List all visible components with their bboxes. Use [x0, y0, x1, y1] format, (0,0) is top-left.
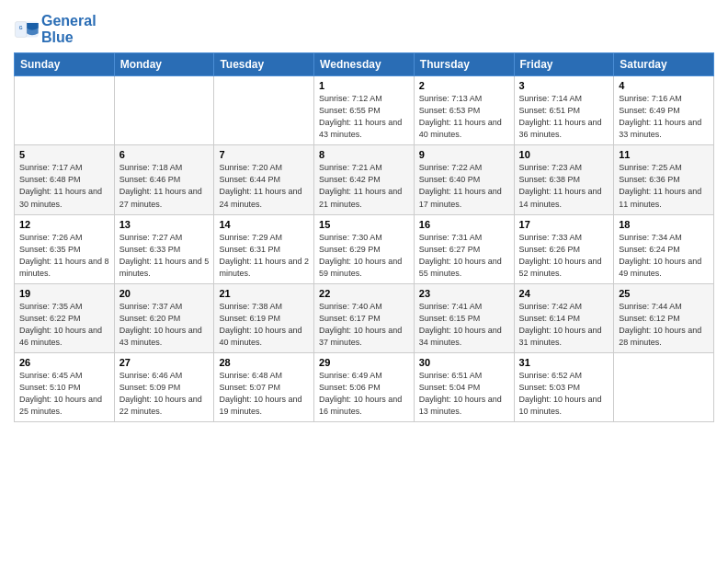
- calendar-cell: 25Sunrise: 7:44 AM Sunset: 6:12 PM Dayli…: [614, 283, 714, 352]
- day-number: 18: [619, 219, 709, 230]
- calendar-cell: 14Sunrise: 7:29 AM Sunset: 6:31 PM Dayli…: [214, 214, 314, 283]
- calendar-cell: 9Sunrise: 7:22 AM Sunset: 6:40 PM Daylig…: [414, 145, 514, 214]
- day-number: 2: [419, 80, 509, 91]
- day-info: Sunrise: 6:49 AM Sunset: 5:06 PM Dayligh…: [319, 370, 409, 418]
- day-info: Sunrise: 7:29 AM Sunset: 6:31 PM Dayligh…: [219, 232, 309, 280]
- day-info: Sunrise: 7:41 AM Sunset: 6:15 PM Dayligh…: [419, 301, 509, 349]
- calendar-cell: [114, 76, 214, 145]
- calendar-week-row: 26Sunrise: 6:45 AM Sunset: 5:10 PM Dayli…: [15, 352, 714, 421]
- day-info: Sunrise: 7:38 AM Sunset: 6:19 PM Dayligh…: [219, 301, 309, 349]
- day-info: Sunrise: 7:17 AM Sunset: 6:48 PM Dayligh…: [19, 162, 109, 210]
- day-number: 31: [519, 357, 609, 368]
- day-number: 24: [519, 288, 609, 299]
- calendar-cell: 7Sunrise: 7:20 AM Sunset: 6:44 PM Daylig…: [214, 145, 314, 214]
- day-info: Sunrise: 7:20 AM Sunset: 6:44 PM Dayligh…: [219, 162, 309, 210]
- calendar-cell: 19Sunrise: 7:35 AM Sunset: 6:22 PM Dayli…: [15, 283, 115, 352]
- day-number: 26: [19, 357, 109, 368]
- day-number: 11: [619, 149, 709, 160]
- day-number: 14: [219, 219, 309, 230]
- day-number: 3: [519, 80, 609, 91]
- calendar-cell: 24Sunrise: 7:42 AM Sunset: 6:14 PM Dayli…: [514, 283, 614, 352]
- calendar-cell: 31Sunrise: 6:52 AM Sunset: 5:03 PM Dayli…: [514, 352, 614, 421]
- calendar-week-row: 12Sunrise: 7:26 AM Sunset: 6:35 PM Dayli…: [15, 214, 714, 283]
- calendar-cell: [15, 76, 115, 145]
- day-info: Sunrise: 7:33 AM Sunset: 6:26 PM Dayligh…: [519, 232, 609, 280]
- header: G General Blue: [14, 9, 714, 45]
- day-info: Sunrise: 6:45 AM Sunset: 5:10 PM Dayligh…: [19, 370, 109, 418]
- calendar-week-row: 5Sunrise: 7:17 AM Sunset: 6:48 PM Daylig…: [15, 145, 714, 214]
- day-info: Sunrise: 7:30 AM Sunset: 6:29 PM Dayligh…: [319, 232, 409, 280]
- day-info: Sunrise: 7:13 AM Sunset: 6:53 PM Dayligh…: [419, 93, 509, 141]
- calendar-day-header: Friday: [514, 53, 614, 76]
- day-info: Sunrise: 7:18 AM Sunset: 6:46 PM Dayligh…: [119, 162, 210, 210]
- day-number: 30: [419, 357, 509, 368]
- day-number: 6: [119, 149, 210, 160]
- day-number: 22: [319, 288, 409, 299]
- calendar-cell: 29Sunrise: 6:49 AM Sunset: 5:06 PM Dayli…: [314, 352, 415, 421]
- day-info: Sunrise: 7:34 AM Sunset: 6:24 PM Dayligh…: [619, 232, 709, 280]
- calendar-day-header: Wednesday: [314, 53, 415, 76]
- calendar-day-header: Thursday: [414, 53, 514, 76]
- day-number: 5: [19, 149, 109, 160]
- calendar-cell: 26Sunrise: 6:45 AM Sunset: 5:10 PM Dayli…: [15, 352, 115, 421]
- calendar-cell: 13Sunrise: 7:27 AM Sunset: 6:33 PM Dayli…: [114, 214, 214, 283]
- day-info: Sunrise: 7:35 AM Sunset: 6:22 PM Dayligh…: [19, 301, 109, 349]
- day-number: 27: [119, 357, 210, 368]
- day-info: Sunrise: 7:25 AM Sunset: 6:36 PM Dayligh…: [619, 162, 709, 210]
- calendar-cell: 5Sunrise: 7:17 AM Sunset: 6:48 PM Daylig…: [15, 145, 115, 214]
- day-number: 20: [119, 288, 210, 299]
- day-info: Sunrise: 7:23 AM Sunset: 6:38 PM Dayligh…: [519, 162, 609, 210]
- logo-text: General Blue: [41, 13, 97, 45]
- calendar-cell: 10Sunrise: 7:23 AM Sunset: 6:38 PM Dayli…: [514, 145, 614, 214]
- day-info: Sunrise: 7:12 AM Sunset: 6:55 PM Dayligh…: [319, 93, 409, 141]
- day-number: 7: [219, 149, 309, 160]
- calendar-cell: [214, 76, 314, 145]
- calendar-cell: 23Sunrise: 7:41 AM Sunset: 6:15 PM Dayli…: [414, 283, 514, 352]
- calendar-cell: 4Sunrise: 7:16 AM Sunset: 6:49 PM Daylig…: [614, 76, 714, 145]
- page: G General Blue SundayMondayTuesdayWednes…: [0, 0, 728, 563]
- day-number: 23: [419, 288, 509, 299]
- day-info: Sunrise: 6:48 AM Sunset: 5:07 PM Dayligh…: [219, 370, 309, 418]
- calendar-day-header: Sunday: [15, 53, 115, 76]
- calendar-cell: 6Sunrise: 7:18 AM Sunset: 6:46 PM Daylig…: [114, 145, 214, 214]
- day-info: Sunrise: 7:40 AM Sunset: 6:17 PM Dayligh…: [319, 301, 409, 349]
- day-info: Sunrise: 7:21 AM Sunset: 6:42 PM Dayligh…: [319, 162, 409, 210]
- day-info: Sunrise: 6:52 AM Sunset: 5:03 PM Dayligh…: [519, 370, 609, 418]
- calendar-cell: 21Sunrise: 7:38 AM Sunset: 6:19 PM Dayli…: [214, 283, 314, 352]
- calendar-day-header: Saturday: [614, 53, 714, 76]
- day-number: 4: [619, 80, 709, 91]
- day-info: Sunrise: 6:46 AM Sunset: 5:09 PM Dayligh…: [119, 370, 210, 418]
- calendar-day-header: Monday: [114, 53, 214, 76]
- calendar-cell: 1Sunrise: 7:12 AM Sunset: 6:55 PM Daylig…: [314, 76, 415, 145]
- day-number: 17: [519, 219, 609, 230]
- calendar-cell: 2Sunrise: 7:13 AM Sunset: 6:53 PM Daylig…: [414, 76, 514, 145]
- calendar-cell: 11Sunrise: 7:25 AM Sunset: 6:36 PM Dayli…: [614, 145, 714, 214]
- day-number: 13: [119, 219, 210, 230]
- calendar-cell: 30Sunrise: 6:51 AM Sunset: 5:04 PM Dayli…: [414, 352, 514, 421]
- day-info: Sunrise: 6:51 AM Sunset: 5:04 PM Dayligh…: [419, 370, 509, 418]
- calendar-cell: 16Sunrise: 7:31 AM Sunset: 6:27 PM Dayli…: [414, 214, 514, 283]
- day-info: Sunrise: 7:22 AM Sunset: 6:40 PM Dayligh…: [419, 162, 509, 210]
- day-info: Sunrise: 7:16 AM Sunset: 6:49 PM Dayligh…: [619, 93, 709, 141]
- calendar-header-row: SundayMondayTuesdayWednesdayThursdayFrid…: [15, 53, 714, 76]
- calendar-cell: 3Sunrise: 7:14 AM Sunset: 6:51 PM Daylig…: [514, 76, 614, 145]
- day-number: 19: [19, 288, 109, 299]
- day-info: Sunrise: 7:27 AM Sunset: 6:33 PM Dayligh…: [119, 232, 210, 280]
- calendar-day-header: Tuesday: [214, 53, 314, 76]
- calendar-cell: 8Sunrise: 7:21 AM Sunset: 6:42 PM Daylig…: [314, 145, 415, 214]
- logo: G General Blue: [14, 13, 97, 45]
- calendar-week-row: 1Sunrise: 7:12 AM Sunset: 6:55 PM Daylig…: [15, 76, 714, 145]
- calendar-cell: 22Sunrise: 7:40 AM Sunset: 6:17 PM Dayli…: [314, 283, 415, 352]
- day-number: 10: [519, 149, 609, 160]
- calendar: SundayMondayTuesdayWednesdayThursdayFrid…: [14, 52, 714, 422]
- calendar-cell: 20Sunrise: 7:37 AM Sunset: 6:20 PM Dayli…: [114, 283, 214, 352]
- day-number: 29: [319, 357, 409, 368]
- calendar-cell: 15Sunrise: 7:30 AM Sunset: 6:29 PM Dayli…: [314, 214, 415, 283]
- calendar-cell: 18Sunrise: 7:34 AM Sunset: 6:24 PM Dayli…: [614, 214, 714, 283]
- day-number: 8: [319, 149, 409, 160]
- day-info: Sunrise: 7:14 AM Sunset: 6:51 PM Dayligh…: [519, 93, 609, 141]
- day-number: 21: [219, 288, 309, 299]
- day-number: 12: [19, 219, 109, 230]
- day-number: 1: [319, 80, 409, 91]
- logo-icon: G: [14, 17, 40, 42]
